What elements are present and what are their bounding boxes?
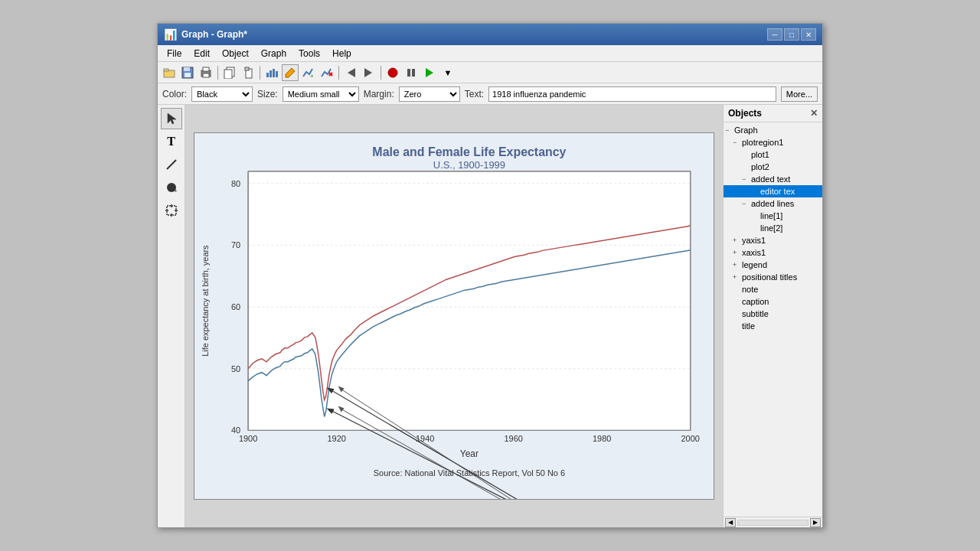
svg-rect-9 — [224, 70, 232, 79]
cursor-tool[interactable] — [161, 108, 182, 129]
tree-item-added-lines[interactable]: − added lines — [724, 197, 822, 210]
margin-select[interactable]: Zero — [399, 86, 460, 102]
svg-rect-7 — [203, 73, 209, 77]
tree-item-legend[interactable]: + legend — [724, 259, 822, 271]
objects-tree: − Graph − plotregion1 plot1 — [724, 122, 822, 517]
dropdown-button[interactable]: ▼ — [439, 64, 456, 81]
svg-marker-16 — [286, 68, 295, 77]
svg-rect-1 — [164, 69, 168, 71]
remove-button[interactable] — [318, 64, 335, 81]
paste-button[interactable] — [240, 64, 256, 81]
svg-text:Source: National Vital Statist: Source: National Vital Statistics Report… — [374, 468, 565, 478]
tree-label-added-lines: added lines — [751, 199, 794, 208]
minimize-button[interactable]: ─ — [767, 28, 782, 41]
svg-rect-3 — [184, 67, 190, 71]
app-icon: 📊 — [164, 28, 177, 41]
objects-header: Objects ✕ — [724, 105, 822, 122]
toggle-graph[interactable]: − — [725, 126, 734, 134]
edit-graph-button[interactable] — [282, 64, 299, 81]
svg-text:60: 60 — [231, 302, 240, 311]
color-select[interactable]: Black — [191, 86, 253, 102]
svg-text:70: 70 — [231, 240, 240, 249]
tree-item-note[interactable]: note — [724, 283, 822, 295]
tree-label-line1: line[1] — [760, 211, 782, 220]
maximize-button[interactable]: □ — [784, 28, 799, 41]
tree-item-positional-titles[interactable]: + positional titles — [724, 271, 822, 283]
circle-tool[interactable]: + — [161, 177, 182, 198]
menu-tools[interactable]: Tools — [292, 47, 326, 60]
menu-edit[interactable]: Edit — [188, 47, 216, 60]
toggle-added-lines[interactable]: − — [742, 200, 751, 207]
objects-close-button[interactable]: ✕ — [810, 108, 818, 119]
svg-rect-15 — [276, 71, 278, 77]
svg-marker-21 — [364, 68, 372, 77]
svg-text:1980: 1980 — [593, 434, 611, 443]
pause-button[interactable] — [403, 64, 420, 81]
play-button[interactable] — [421, 64, 438, 81]
add-plot-button[interactable]: + — [300, 64, 317, 81]
chart-area[interactable]: Male and Female Life Expectancy U.S., 19… — [185, 105, 723, 527]
objects-scrollbar: ◀ ▶ — [724, 517, 822, 527]
more-button[interactable]: More... — [781, 86, 818, 102]
scroll-right-button[interactable]: ▶ — [810, 518, 821, 527]
svg-text:1920: 1920 — [327, 434, 345, 443]
tree-item-plotregion1[interactable]: − plotregion1 — [724, 136, 822, 148]
close-button[interactable]: ✕ — [801, 28, 816, 41]
tree-label-plot1: plot1 — [751, 150, 769, 159]
menu-help[interactable]: Help — [326, 47, 358, 60]
toggle-xaxis1[interactable]: + — [733, 249, 742, 256]
tree-item-plot1[interactable]: plot1 — [724, 148, 822, 161]
svg-text:+: + — [310, 73, 314, 78]
menu-graph[interactable]: Graph — [255, 47, 292, 60]
svg-text:50: 50 — [231, 364, 240, 373]
tree-item-yaxis1[interactable]: + yaxis1 — [724, 234, 822, 246]
text-tool[interactable]: T — [161, 131, 182, 152]
tree-item-plot2[interactable]: plot2 — [724, 161, 822, 173]
scroll-track[interactable] — [737, 520, 808, 526]
size-label: Size: — [257, 89, 278, 99]
graph-type-button[interactable] — [263, 64, 280, 81]
size-select[interactable]: Medium small — [283, 86, 359, 102]
print-button[interactable] — [198, 64, 214, 81]
tree-item-subtitle[interactable]: subtitle — [724, 308, 822, 320]
move-tool[interactable] — [161, 200, 182, 221]
svg-text:80: 80 — [231, 179, 240, 188]
toggle-plotregion1[interactable]: − — [733, 139, 742, 146]
tree-item-line1[interactable]: line[1] — [724, 210, 822, 222]
save-button[interactable] — [179, 64, 196, 81]
tree-item-line2[interactable]: line[2] — [724, 222, 822, 234]
svg-text:U.S., 1900-1999: U.S., 1900-1999 — [433, 159, 505, 171]
open-button[interactable] — [161, 64, 178, 81]
objects-panel: Objects ✕ − Graph − plotregion1 — [723, 105, 822, 527]
svg-text:Life expectancy at birth, year: Life expectancy at birth, years — [201, 245, 210, 357]
copy-button[interactable] — [221, 64, 238, 81]
tree-item-title[interactable]: title — [724, 320, 822, 332]
tree-item-editor-tex[interactable]: editor tex — [724, 185, 822, 197]
menu-file[interactable]: File — [161, 47, 188, 60]
toolbar-sep-1 — [217, 66, 218, 80]
svg-rect-24 — [412, 69, 415, 77]
text-input[interactable] — [488, 86, 776, 102]
svg-text:1900: 1900 — [239, 434, 257, 443]
toggle-legend[interactable]: + — [733, 261, 742, 269]
back-button[interactable] — [342, 64, 359, 81]
tree-item-caption[interactable]: caption — [724, 295, 822, 308]
svg-text:Male and Female Life Expectanc: Male and Female Life Expectancy — [372, 145, 566, 158]
line-tool[interactable] — [161, 154, 182, 175]
forward-button[interactable] — [361, 64, 377, 81]
toggle-positional-titles[interactable]: + — [733, 273, 742, 281]
tree-item-graph[interactable]: − Graph — [724, 124, 822, 136]
record-button[interactable] — [384, 64, 401, 81]
svg-rect-11 — [245, 67, 249, 70]
tree-label-yaxis1: yaxis1 — [742, 236, 766, 245]
svg-text:+: + — [174, 187, 178, 194]
toggle-added-text[interactable]: − — [742, 175, 751, 183]
toggle-yaxis1[interactable]: + — [733, 236, 742, 244]
scroll-left-button[interactable]: ◀ — [725, 518, 736, 527]
menu-object[interactable]: Object — [216, 47, 255, 60]
svg-marker-20 — [348, 68, 355, 77]
tree-item-added-text[interactable]: − added text — [724, 173, 822, 185]
objects-title: Objects — [728, 108, 762, 119]
tree-label-title: title — [742, 321, 755, 331]
tree-item-xaxis1[interactable]: + xaxis1 — [724, 246, 822, 259]
